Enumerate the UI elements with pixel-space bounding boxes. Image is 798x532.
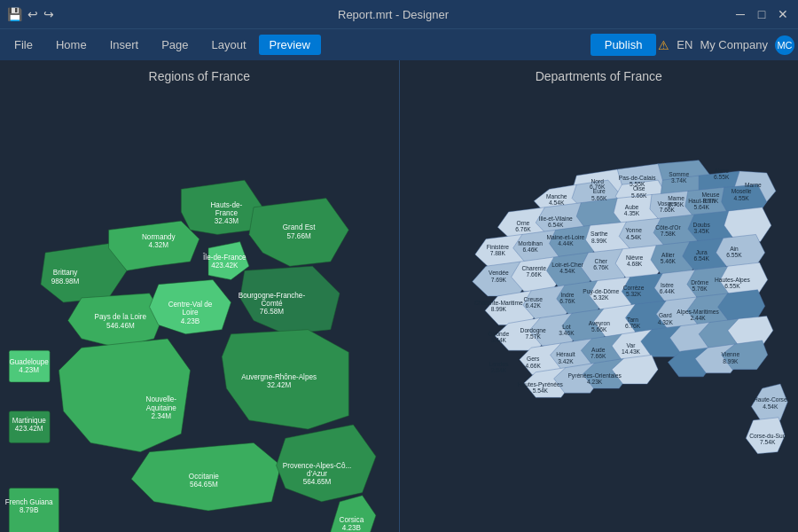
svg-text:7.88K: 7.88K bbox=[489, 250, 505, 256]
svg-text:Finistère: Finistère bbox=[486, 244, 509, 250]
right-map-title: Departments of France bbox=[536, 60, 662, 88]
svg-text:6.76K: 6.76K bbox=[515, 226, 531, 232]
menu-bar: File Home Insert Page Layout Preview Pub… bbox=[0, 28, 798, 60]
svg-text:4.32K: 4.32K bbox=[657, 319, 673, 325]
title-bar: 💾 ↩ ↪ Report.mrt - Designer ─ □ ✕ bbox=[0, 0, 798, 28]
svg-text:4.44K: 4.44K bbox=[558, 240, 574, 246]
svg-text:Charente: Charente bbox=[521, 265, 546, 271]
svg-text:5.66K: 5.66K bbox=[631, 192, 647, 199]
svg-text:4.55K: 4.55K bbox=[733, 195, 749, 201]
right-map-container: .dept { stroke: #4a6fa5; stroke-width: 0… bbox=[400, 88, 799, 532]
menu-home[interactable]: Home bbox=[45, 35, 98, 55]
svg-text:7.57K: 7.57K bbox=[525, 333, 541, 340]
svg-text:8.99K: 8.99K bbox=[591, 238, 607, 244]
svg-text:Landes: Landes bbox=[489, 361, 508, 367]
svg-text:Doubs: Doubs bbox=[692, 222, 710, 228]
svg-text:3.74K: 3.74K bbox=[670, 177, 686, 184]
svg-text:Cher: Cher bbox=[594, 258, 607, 264]
company-name[interactable]: My Company bbox=[700, 38, 768, 51]
left-map-container: Hauts-de- France 32.43M Grand Est 57.66M… bbox=[0, 88, 399, 532]
language-selector[interactable]: EN bbox=[677, 38, 692, 51]
main-content: Regions of France bbox=[0, 60, 798, 532]
svg-text:Meuse: Meuse bbox=[701, 192, 719, 198]
publish-button[interactable]: Publish bbox=[591, 34, 657, 56]
svg-text:Corrèze: Corrèze bbox=[622, 285, 644, 291]
svg-text:7.69K: 7.69K bbox=[490, 277, 506, 283]
close-button[interactable]: ✕ bbox=[775, 6, 791, 22]
svg-text:Orne: Orne bbox=[516, 220, 529, 226]
svg-text:4.35K: 4.35K bbox=[623, 210, 639, 216]
svg-text:Nièvre: Nièvre bbox=[626, 254, 643, 261]
svg-text:6.55K: 6.55K bbox=[724, 283, 740, 289]
svg-text:Gard: Gard bbox=[658, 312, 671, 318]
svg-text:7.66K: 7.66K bbox=[659, 207, 675, 213]
svg-text:Sarthe: Sarthe bbox=[590, 231, 607, 237]
svg-text:Maine-et-Loire: Maine-et-Loire bbox=[546, 234, 584, 240]
svg-text:5.66K: 5.66K bbox=[591, 195, 607, 201]
departments-france-svg: .dept { stroke: #4a6fa5; stroke-width: 0… bbox=[400, 88, 799, 532]
undo-icon[interactable]: ↩ bbox=[27, 7, 38, 21]
svg-text:Loir-et-Cher: Loir-et-Cher bbox=[552, 262, 583, 268]
svg-text:2.54K: 2.54K bbox=[490, 367, 506, 373]
svg-rect-2 bbox=[9, 488, 59, 532]
svg-text:Eure: Eure bbox=[592, 188, 605, 194]
regions-france-svg: Hauts-de- France 32.43M Grand Est 57.66M… bbox=[0, 88, 399, 532]
svg-text:Oise: Oise bbox=[632, 185, 645, 192]
svg-text:Moselle: Moselle bbox=[731, 188, 751, 194]
menu-layout[interactable]: Layout bbox=[201, 35, 257, 55]
svg-text:5.54K: 5.54K bbox=[532, 387, 548, 394]
svg-text:Aude: Aude bbox=[591, 347, 605, 353]
svg-text:Isère: Isère bbox=[661, 282, 674, 288]
title-bar-left: 💾 ↩ ↪ bbox=[7, 7, 54, 21]
svg-text:6.76K: 6.76K bbox=[593, 264, 609, 270]
svg-text:Pas-de-Calais: Pas-de-Calais bbox=[618, 175, 655, 181]
svg-text:6.54K: 6.54K bbox=[693, 255, 709, 262]
svg-text:Drôme: Drôme bbox=[691, 279, 708, 286]
svg-text:4.66K: 4.66K bbox=[525, 363, 541, 369]
svg-text:Ille-et-Vilaine: Ille-et-Vilaine bbox=[538, 215, 572, 222]
svg-text:Creuse: Creuse bbox=[523, 296, 543, 302]
svg-text:2.44K: 2.44K bbox=[690, 316, 706, 322]
svg-text:6.54K: 6.54K bbox=[548, 222, 564, 228]
svg-text:5.64K: 5.64K bbox=[693, 204, 709, 210]
right-map-panel: Departments of France .dept { stroke: #4… bbox=[400, 60, 799, 532]
menu-page[interactable]: Page bbox=[151, 35, 199, 55]
menu-file[interactable]: File bbox=[4, 35, 43, 55]
svg-text:Gironde: Gironde bbox=[488, 331, 509, 337]
menu-insert[interactable]: Insert bbox=[99, 35, 150, 55]
svg-text:Charente-Maritime: Charente-Maritime bbox=[473, 300, 522, 306]
svg-text:6.44K: 6.44K bbox=[659, 288, 675, 294]
menu-preview[interactable]: Preview bbox=[259, 35, 321, 55]
svg-text:Vendée: Vendée bbox=[489, 270, 509, 276]
left-map-panel: Regions of France bbox=[0, 60, 399, 532]
svg-text:5.76K: 5.76K bbox=[692, 286, 708, 292]
svg-text:6.55K: 6.55K bbox=[714, 174, 730, 180]
svg-text:3.45K: 3.45K bbox=[693, 228, 709, 234]
svg-text:6.46K: 6.46K bbox=[522, 246, 538, 253]
window-title: Report.mrt - Designer bbox=[54, 8, 732, 21]
svg-text:7.58K: 7.58K bbox=[660, 231, 676, 237]
svg-rect-0 bbox=[9, 350, 50, 382]
svg-text:4.68K: 4.68K bbox=[626, 261, 642, 267]
svg-text:Aube: Aube bbox=[624, 204, 638, 210]
redo-icon[interactable]: ↪ bbox=[43, 7, 54, 21]
svg-rect-1 bbox=[9, 411, 50, 443]
svg-text:5.32K: 5.32K bbox=[593, 294, 609, 301]
title-bar-right: ─ □ ✕ bbox=[732, 6, 791, 22]
svg-text:14.43K: 14.43K bbox=[622, 348, 641, 355]
svg-text:4.54K: 4.54K bbox=[549, 200, 565, 206]
svg-text:Lot: Lot bbox=[562, 324, 570, 330]
maximize-button[interactable]: □ bbox=[754, 6, 770, 22]
warning-icon: ⚠ bbox=[658, 38, 669, 52]
menu-right-area: ⚠ EN My Company MC bbox=[658, 35, 794, 55]
svg-text:Manche: Manche bbox=[545, 193, 567, 200]
minimize-button[interactable]: ─ bbox=[732, 6, 748, 22]
save-icon[interactable]: 💾 bbox=[7, 7, 22, 21]
svg-text:Allier: Allier bbox=[661, 252, 676, 258]
svg-text:7.66K: 7.66K bbox=[526, 271, 542, 278]
svg-text:5.32K: 5.32K bbox=[625, 291, 641, 297]
svg-text:5.44K: 5.44K bbox=[490, 337, 506, 343]
user-avatar[interactable]: MC bbox=[775, 35, 794, 55]
svg-text:4.54K: 4.54K bbox=[763, 403, 778, 410]
svg-text:4.23K: 4.23K bbox=[586, 379, 602, 385]
